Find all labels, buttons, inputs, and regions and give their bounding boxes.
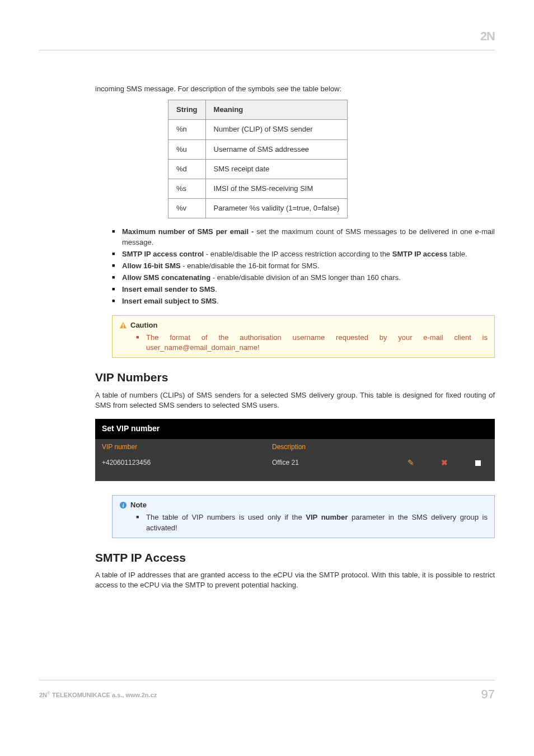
meaning-cell: Username of SMS addressee bbox=[205, 139, 348, 159]
edit-button[interactable]: ✎ bbox=[394, 455, 428, 471]
table-row: %uUsername of SMS addressee bbox=[168, 139, 348, 159]
svg-rect-1 bbox=[123, 326, 124, 328]
bullet-bold: Allow SMS concatenating bbox=[122, 273, 210, 282]
warning-icon bbox=[119, 321, 127, 329]
bullet-bold: Maximum number of SMS per email - bbox=[122, 227, 256, 236]
caution-callout: Caution The format of the authorisation … bbox=[112, 315, 495, 358]
meaning-cell: Parameter %s validity (1=true, 0=false) bbox=[205, 199, 348, 218]
table-row: %sIMSI of the SMS-receiving SIM bbox=[168, 179, 348, 198]
bullet-bold: Insert email sender to SMS bbox=[122, 285, 215, 293]
table-row: +420601123456 Office 21 ✎ ✖ bbox=[95, 455, 495, 471]
caution-title: Caution bbox=[119, 320, 488, 330]
table-row: %dSMS receipt date bbox=[168, 159, 348, 179]
bullet-bold: Allow 16-bit SMS bbox=[122, 262, 181, 270]
delete-button[interactable]: ✖ bbox=[428, 455, 461, 471]
table-row: %nNumber (CLIP) of SMS sender bbox=[168, 120, 348, 139]
list-item: Allow SMS concatenating - enable/disable… bbox=[112, 273, 495, 283]
top-bar: 2N bbox=[39, 28, 495, 50]
bullet-text: table. bbox=[447, 250, 467, 258]
string-cell: %v bbox=[168, 199, 206, 218]
bullet-text: . bbox=[215, 285, 217, 293]
bullet-bold: SMTP IP access control bbox=[122, 250, 204, 258]
vip-col-blank bbox=[394, 439, 428, 455]
vip-col-description: Description bbox=[265, 439, 394, 455]
close-icon: ✖ bbox=[441, 458, 448, 467]
footer-brand: 2N bbox=[39, 692, 47, 698]
vip-heading: VIP Numbers bbox=[95, 369, 495, 385]
strings-table: String Meaning %nNumber (CLIP) of SMS se… bbox=[168, 100, 348, 218]
string-cell: %n bbox=[168, 120, 206, 139]
intro-text: incoming SMS message. For description of… bbox=[95, 84, 495, 94]
note-text-pre: The table of VIP numbers is used only if… bbox=[146, 513, 306, 521]
list-item: Insert email sender to SMS. bbox=[112, 284, 495, 295]
list-item: Insert email subject to SMS. bbox=[112, 296, 495, 306]
vip-col-blank bbox=[461, 439, 495, 455]
vip-table-spacer bbox=[95, 471, 495, 481]
note-label: Note bbox=[130, 500, 147, 510]
note-text-bold: VIP number bbox=[306, 513, 348, 521]
vip-paragraph: A table of numbers (CLIPs) of SMS sender… bbox=[95, 390, 495, 410]
bullet-text: - enable/disable the IP access restricti… bbox=[204, 250, 392, 258]
info-icon: i bbox=[119, 501, 127, 509]
vip-desc-cell: Office 21 bbox=[265, 455, 394, 471]
smtp-paragraph: A table of IP addresses that are granted… bbox=[95, 570, 495, 590]
bullet-text: . bbox=[217, 297, 219, 305]
smtp-heading: SMTP IP Access bbox=[95, 549, 495, 566]
meaning-cell: IMSI of the SMS-receiving SIM bbox=[205, 179, 348, 198]
meaning-cell: Number (CLIP) of SMS sender bbox=[205, 120, 348, 139]
svg-rect-0 bbox=[123, 324, 124, 326]
svg-text:i: i bbox=[123, 502, 124, 508]
bullet-bold: Insert email subject to SMS bbox=[122, 297, 217, 305]
table-row: %vParameter %s validity (1=true, 0=false… bbox=[168, 199, 348, 218]
caution-label: Caution bbox=[130, 320, 157, 330]
note-callout: i Note The table of VIP numbers is used … bbox=[112, 495, 495, 538]
note-title: i Note bbox=[119, 500, 488, 510]
caution-text: The format of the authorisation username… bbox=[136, 333, 488, 353]
vip-table-container: Set VIP number VIP number Description +4… bbox=[95, 419, 495, 481]
footer-company: 2N® TELEKOMUNIKACE a.s., www.2n.cz bbox=[39, 690, 157, 699]
footer-tail: TELEKOMUNIKACE a.s., www.2n.cz bbox=[50, 692, 157, 698]
feature-bullets: Maximum number of SMS per email - set th… bbox=[112, 227, 495, 306]
square-icon bbox=[475, 460, 481, 466]
vip-col-number: VIP number bbox=[95, 439, 265, 455]
meaning-cell: SMS receipt date bbox=[205, 159, 348, 179]
strings-header-string: String bbox=[168, 100, 206, 120]
pencil-icon: ✎ bbox=[407, 458, 414, 467]
bullet-bold: SMTP IP access bbox=[392, 250, 448, 258]
page-footer: 2N® TELEKOMUNIKACE a.s., www.2n.cz 97 bbox=[39, 680, 495, 703]
bullet-text: - enable/disable the 16-bit format for S… bbox=[181, 262, 320, 270]
page-number: 97 bbox=[481, 686, 495, 703]
select-checkbox[interactable] bbox=[461, 455, 495, 471]
string-cell: %d bbox=[168, 159, 206, 179]
list-item: Allow 16-bit SMS - enable/disable the 16… bbox=[112, 261, 495, 271]
note-text: The table of VIP numbers is used only if… bbox=[136, 512, 488, 533]
bullet-text: - enable/disable division of an SMS long… bbox=[210, 273, 401, 282]
string-cell: %s bbox=[168, 179, 206, 198]
vip-table: Set VIP number VIP number Description +4… bbox=[95, 419, 495, 481]
vip-number-cell: +420601123456 bbox=[95, 455, 265, 471]
vip-table-title: Set VIP number bbox=[95, 419, 495, 439]
vip-col-blank bbox=[428, 439, 461, 455]
list-item: SMTP IP access control - enable/disable … bbox=[112, 249, 495, 259]
string-cell: %u bbox=[168, 139, 206, 159]
list-item: Maximum number of SMS per email - set th… bbox=[112, 227, 495, 247]
brand-logo: 2N bbox=[480, 28, 495, 45]
strings-header-meaning: Meaning bbox=[205, 100, 348, 120]
page-content: incoming SMS message. For description of… bbox=[39, 84, 495, 590]
